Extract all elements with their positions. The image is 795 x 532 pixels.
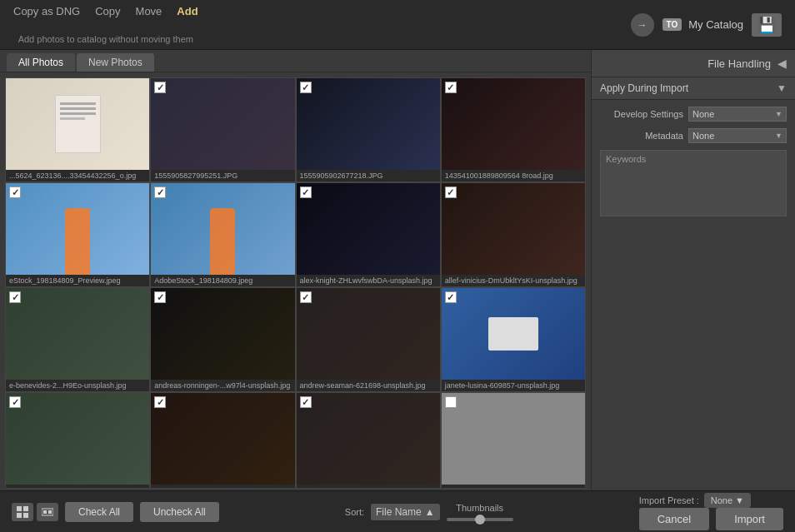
photo-filename: allef-vinicius-DmUbkltYsKI-unsplash.jpg xyxy=(442,275,585,286)
photo-thumbnail[interactable] xyxy=(151,183,294,275)
photo-thumbnail[interactable] xyxy=(151,78,294,170)
copy-tab[interactable]: Copy xyxy=(95,5,120,17)
photo-checkbox[interactable] xyxy=(9,186,21,198)
metadata-select[interactable]: None ▼ xyxy=(688,128,787,143)
photo-checkbox[interactable] xyxy=(445,291,457,303)
photo-filename: andreas-ronningen-...w97l4-unsplash.jpg xyxy=(151,380,294,391)
photo-thumbnail[interactable] xyxy=(442,288,585,380)
photo-filename xyxy=(6,485,149,488)
arrow-icon: → xyxy=(638,19,648,31)
drive-icon: 💾 xyxy=(752,13,782,37)
photo-cell: 1555905902677218.JPG xyxy=(296,77,441,182)
tab-all-photos[interactable]: All Photos xyxy=(7,53,75,72)
photo-filename: janete-lusina-609857-unsplash.jpg xyxy=(442,380,585,391)
photo-thumbnail[interactable] xyxy=(6,393,149,485)
import-button[interactable]: Import xyxy=(716,508,783,530)
panel-header: File Handling ◀ xyxy=(592,50,795,77)
photo-checkbox[interactable] xyxy=(445,396,457,408)
photo-filename: 1555905902677218.JPG xyxy=(297,170,440,181)
arrow-button[interactable]: → xyxy=(631,13,654,37)
filmstrip-view-button[interactable] xyxy=(37,503,58,521)
photo-cell: andreas-ronningen-...w97l4-unsplash.jpg xyxy=(150,287,295,392)
import-preset-select[interactable]: None ▼ xyxy=(704,493,751,508)
develop-settings-arrow: ▼ xyxy=(775,110,782,118)
photo-thumbnail[interactable] xyxy=(6,288,149,380)
photo-cell: andrew-seaman-621698-unsplash.jpg xyxy=(296,287,441,392)
thumbnail-size-slider[interactable] xyxy=(447,518,513,521)
photo-checkbox[interactable] xyxy=(9,291,21,303)
photo-filename: AdobeStock_198184809.jpeg xyxy=(151,275,294,286)
photo-checkbox[interactable] xyxy=(154,396,166,408)
photo-checkbox[interactable] xyxy=(9,396,21,408)
photo-filename xyxy=(151,485,294,488)
photo-checkbox[interactable] xyxy=(154,186,166,198)
photo-cell: AdobeStock_198184809.jpeg xyxy=(150,182,295,287)
photo-thumbnail[interactable] xyxy=(442,78,585,170)
photo-cell: 143541001889809564 8road.jpg xyxy=(441,77,586,182)
photo-cell: e-benevides-2...H9Eo-unsplash.jpg xyxy=(5,287,150,392)
photo-cell xyxy=(5,392,150,489)
photo-filename: ...5624_623136....33454432256_o.jpg xyxy=(6,170,149,181)
keywords-label: Keywords xyxy=(606,154,646,164)
photo-thumbnail[interactable] xyxy=(297,78,440,170)
metadata-label: Metadata xyxy=(600,131,683,141)
photo-checkbox[interactable] xyxy=(300,82,312,93)
svg-rect-5 xyxy=(43,510,47,514)
import-preset-arrow: ▼ xyxy=(735,495,744,505)
tabs-row: All Photos New Photos xyxy=(0,50,591,72)
photo-thumbnail[interactable] xyxy=(442,393,585,485)
keywords-area[interactable]: Keywords xyxy=(600,150,787,216)
add-tab[interactable]: Add xyxy=(177,5,198,17)
develop-settings-select[interactable]: None ▼ xyxy=(688,107,787,122)
photo-thumbnail[interactable] xyxy=(297,393,440,485)
top-nav-row: Copy as DNG Copy Move Add xyxy=(13,5,198,17)
svg-rect-1 xyxy=(23,506,28,511)
metadata-arrow: ▼ xyxy=(775,132,782,140)
photo-checkbox[interactable] xyxy=(445,82,457,93)
photo-checkbox[interactable] xyxy=(300,186,312,198)
move-tab[interactable]: Move xyxy=(136,5,162,17)
copy-as-dng-tab[interactable]: Copy as DNG xyxy=(13,5,80,17)
photo-cell: allef-vinicius-DmUbkltYsKI-unsplash.jpg xyxy=(441,182,586,287)
photo-grid: ...5624_623136....33454432256_o.jpg15559… xyxy=(0,72,591,490)
develop-settings-label: Develop Settings xyxy=(600,109,683,119)
photo-cell: ...5624_623136....33454432256_o.jpg xyxy=(5,77,150,182)
slider-knob[interactable] xyxy=(475,515,485,525)
photo-thumbnail[interactable] xyxy=(297,288,440,380)
metadata-row: Metadata None ▼ xyxy=(600,128,787,143)
photo-checkbox[interactable] xyxy=(300,291,312,303)
tab-new-photos[interactable]: New Photos xyxy=(77,53,154,72)
photo-thumbnail[interactable] xyxy=(6,183,149,275)
to-badge: TO xyxy=(662,18,682,31)
svg-rect-6 xyxy=(48,510,52,514)
photo-thumbnail[interactable] xyxy=(297,183,440,275)
photo-thumbnail[interactable] xyxy=(151,393,294,485)
bottom-center: Sort: File Name ▲ Thumbnails xyxy=(345,503,513,521)
photo-area: All Photos New Photos ...5624_623136....… xyxy=(0,50,591,490)
photo-thumbnail[interactable] xyxy=(151,288,294,380)
uncheck-all-button[interactable]: Uncheck All xyxy=(140,502,219,522)
photo-filename: eStock_198184809_Preview.jpeg xyxy=(6,275,149,286)
file-handling-title: File Handling xyxy=(600,57,771,70)
top-bar: Copy as DNG Copy Move Add Add photos to … xyxy=(0,0,795,50)
photo-checkbox[interactable] xyxy=(154,291,166,303)
svg-rect-2 xyxy=(17,513,22,518)
metadata-value: None xyxy=(692,131,714,141)
check-all-button[interactable]: Check All xyxy=(65,502,133,522)
cancel-button[interactable]: Cancel xyxy=(639,508,709,530)
photo-thumbnail[interactable] xyxy=(442,183,585,275)
photo-cell: janete-lusina-609857-unsplash.jpg xyxy=(441,287,586,392)
photo-checkbox[interactable] xyxy=(300,396,312,408)
photo-filename: e-benevides-2...H9Eo-unsplash.jpg xyxy=(6,380,149,391)
apply-during-import-label: Apply During Import xyxy=(600,82,688,94)
photo-checkbox[interactable] xyxy=(445,186,457,198)
photo-cell xyxy=(441,392,586,489)
photo-thumbnail[interactable] xyxy=(6,78,149,170)
thumbnails-area: Thumbnails xyxy=(447,503,513,521)
apply-during-import-arrow[interactable]: ▼ xyxy=(777,82,787,94)
photo-filename xyxy=(442,485,585,488)
panel-collapse-arrow[interactable]: ◀ xyxy=(778,57,787,70)
sort-select[interactable]: File Name ▲ xyxy=(371,504,440,520)
photo-checkbox[interactable] xyxy=(154,82,166,93)
grid-view-button[interactable] xyxy=(12,503,33,521)
